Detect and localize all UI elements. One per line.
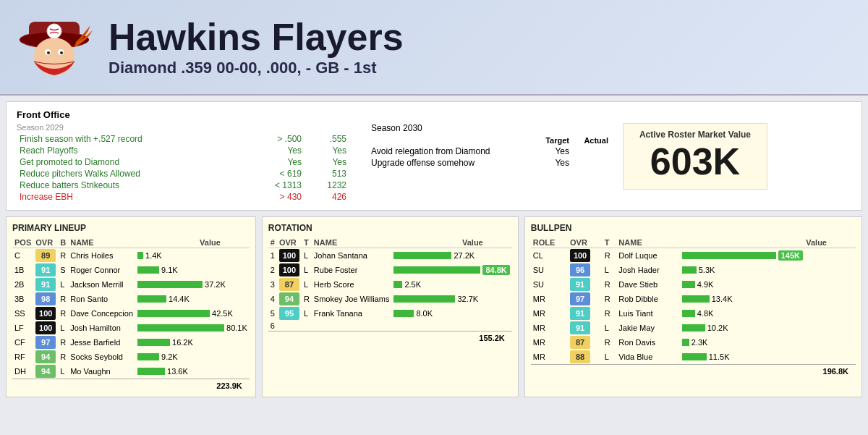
value-text: 8.0K	[416, 309, 433, 318]
fo-goal-target: Yes	[247, 145, 305, 156]
ovr-badge: 96	[570, 263, 590, 276]
value-cell: 1.4K	[137, 251, 247, 260]
ovr-badge: 91	[35, 263, 56, 276]
bp-throws: R	[603, 248, 617, 263]
value-bar	[137, 353, 159, 360]
table-row: 5 95 L Frank Tanana 8.0K	[268, 306, 512, 321]
value-text: 1.4K	[145, 251, 162, 260]
pitcher-num: 3	[268, 277, 277, 292]
value-text: 5.3K	[699, 266, 715, 274]
player-pos: RF	[12, 350, 33, 364]
bp-name: Dolf Luque	[616, 248, 679, 263]
table-row: MR 97 R Rob Dibble 13.4K	[531, 292, 856, 306]
season-2029-label: Season 2029	[17, 123, 349, 132]
bp-value: 2.3K	[680, 335, 856, 350]
fo-goal-text: Increase EBH	[17, 191, 247, 203]
player-pos: 3B	[12, 292, 33, 306]
fo-goal-row: Finish season with +.527 record > .500 .…	[17, 133, 349, 145]
season-2030-goals: Avoid relegation from Diamond Yes Upgrad…	[371, 146, 608, 168]
svg-point-7	[60, 51, 63, 54]
pitcher-name: Rube Foster	[312, 263, 392, 277]
player-bats: R	[58, 306, 68, 321]
fo-goal-row: Reach Playoffs Yes Yes	[17, 145, 349, 156]
value-cell: 9.2K	[137, 352, 247, 361]
table-row: 6	[268, 321, 512, 331]
ovr-badge: 100	[35, 321, 56, 334]
fo-goal-actual: .555	[305, 133, 349, 145]
player-ovr: 100	[33, 306, 58, 321]
fo-goal-text: Get promoted to Diamond	[17, 156, 247, 168]
player-ovr: 100	[33, 321, 58, 335]
header-text: Hawkins Flayers Diamond .359 00-00, .000…	[109, 17, 404, 77]
fo-s2-goal-text: Avoid relegation from Diamond	[371, 146, 530, 156]
value-cell: 2.5K	[393, 280, 509, 289]
fo-s2-goal-target: Yes	[533, 146, 569, 156]
bp-name: Ron Davis	[616, 335, 679, 350]
value-text: 9.1K	[161, 266, 178, 274]
bp-throws: R	[603, 277, 617, 292]
ovr-badge: 91	[570, 278, 590, 291]
ovr-badge: 88	[570, 350, 590, 363]
bullpen-header-row: ROLE OVR T NAME Value	[531, 237, 856, 248]
bp-role: CL	[531, 248, 568, 263]
bp-value: 5.3K	[680, 263, 856, 277]
value-cell: 27.2K	[393, 251, 509, 260]
bp-name: Dave Stieb	[616, 277, 679, 292]
fo-goal-text: Reach Playoffs	[17, 145, 247, 156]
player-pos: C	[12, 248, 33, 263]
table-row: SU 96 L Josh Hader 5.3K	[531, 263, 856, 277]
pitcher-ovr: 95	[277, 306, 302, 321]
bp-ovr: 100	[568, 248, 603, 263]
rotation-total-row: 155.2K	[268, 331, 512, 344]
ovr-badge: 100	[35, 307, 56, 320]
player-bats: S	[58, 263, 68, 277]
pitcher-name	[312, 321, 392, 331]
bullpen-total-row: 196.8K	[531, 365, 856, 377]
value-bar	[682, 266, 697, 274]
pitcher-throws: L	[302, 306, 312, 321]
value-text: 145K	[778, 250, 803, 261]
bp-name: Jakie May	[616, 321, 679, 335]
bp-role: MR	[531, 321, 568, 335]
fo-goal-text: Finish season with +.527 record	[17, 133, 247, 145]
pitcher-name: Smokey Joe Williams	[312, 292, 392, 306]
col-b: B	[58, 237, 68, 248]
player-name: Dave Concepcion	[68, 306, 135, 321]
ovr-badge: 100	[279, 249, 299, 262]
fo-title: Front Office	[17, 109, 851, 120]
value-cell: 32.7K	[393, 295, 509, 303]
player-name: Josh Hamilton	[68, 321, 135, 335]
player-bats: L	[58, 277, 68, 292]
bp-ovr: 88	[568, 350, 603, 365]
bp-col-value: Value	[680, 237, 856, 248]
value-text: 32.7K	[457, 295, 478, 303]
pitcher-ovr: 94	[277, 292, 302, 306]
rotation-panel: ROTATION # OVR T NAME Value 1 100 L Joha…	[262, 216, 519, 397]
ovr-badge: 94	[279, 292, 299, 305]
fo-goal-actual: Yes	[305, 156, 349, 168]
rotation-title: ROTATION	[268, 223, 512, 233]
table-row: SU 91 R Dave Stieb 4.9K	[531, 277, 856, 292]
table-row: SS 100 R Dave Concepcion 42.5K	[12, 306, 250, 321]
player-bats: R	[58, 335, 68, 350]
value-cell: 4.8K	[682, 309, 854, 318]
fo-goal-actual: 513	[305, 168, 349, 180]
player-ovr: 91	[33, 263, 58, 277]
value-bar	[137, 281, 203, 288]
bp-value: 11.5K	[680, 350, 856, 365]
bp-value: 4.9K	[680, 277, 856, 292]
rot-col-ovr: OVR	[277, 237, 302, 248]
value-bar	[137, 310, 210, 317]
value-cell: 9.1K	[137, 266, 247, 274]
ovr-badge: 91	[570, 321, 590, 334]
value-bar	[137, 295, 166, 303]
value-text: 84.8K	[482, 265, 509, 275]
rot-col-t: T	[302, 237, 312, 248]
svg-point-8	[47, 24, 61, 38]
bp-ovr: 97	[568, 292, 603, 306]
col-name: NAME	[68, 237, 135, 248]
table-row: CL 100 R Dolf Luque 145K	[531, 248, 856, 263]
bullpen-body: CL 100 R Dolf Luque 145K SU 96 L Josh Ha…	[531, 248, 856, 365]
table-row: 2 100 L Rube Foster 84.8K	[268, 263, 512, 277]
fo-s2-goal-row: Upgrade offense somehow Yes	[371, 158, 608, 168]
